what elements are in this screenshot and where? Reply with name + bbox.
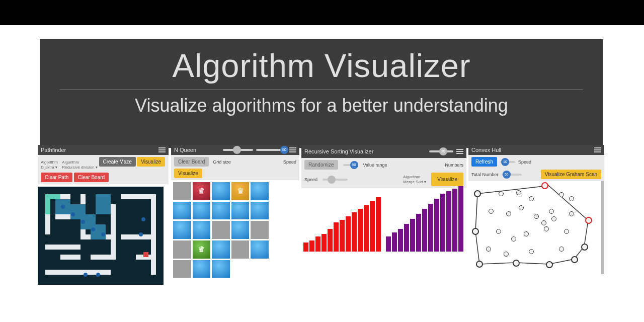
speed-slider[interactable] <box>323 179 348 181</box>
svg-point-31 <box>141 217 145 221</box>
sorting-title: Recursive Sorting Visualizer <box>304 148 373 154</box>
maze-algo-select[interactable]: Algorithm Recursive division ▾ <box>62 160 98 170</box>
svg-rect-21 <box>91 224 106 239</box>
grid-size-slider[interactable] <box>223 149 253 151</box>
nqueen-controls: Clear Board Grid size Speed <box>171 155 299 169</box>
bar <box>446 191 451 252</box>
svg-rect-17 <box>45 199 50 214</box>
bar <box>398 229 403 252</box>
grid-size-label: Grid size <box>213 159 231 165</box>
bar <box>328 229 333 252</box>
bar <box>334 222 339 252</box>
algo-select[interactable]: Algorithm Dijsktra ▾ <box>41 160 58 170</box>
bar <box>340 220 345 252</box>
hull-speed-slider[interactable]: 10 <box>500 161 515 163</box>
hull-canvas[interactable] <box>468 181 604 274</box>
refresh-button[interactable]: Refresh <box>471 157 497 167</box>
sorting-controls: Randomize 50 Value range Numbers Speed A… <box>301 158 466 188</box>
queen-icon: ♛ <box>193 240 211 259</box>
hull-point <box>472 228 479 235</box>
hull-title: Convex Hull <box>471 147 501 153</box>
create-maze-button[interactable]: Create Maze <box>99 157 136 167</box>
bar <box>434 199 439 252</box>
pathfinder-grid[interactable] <box>38 187 164 285</box>
bar <box>352 212 357 252</box>
top-blackbar <box>0 0 644 25</box>
bar <box>386 236 391 252</box>
hero-subtitle: Visualize algorithms for a better unders… <box>40 95 603 116</box>
svg-point-27 <box>101 232 105 236</box>
bar <box>452 189 457 252</box>
svg-point-25 <box>81 220 85 224</box>
visualize-button[interactable]: Visualize <box>174 169 202 178</box>
bar <box>346 216 351 252</box>
total-label: Total Number <box>471 172 499 177</box>
sorting-bars <box>301 188 466 254</box>
numbers-slider[interactable]: 20 <box>429 150 453 152</box>
bar <box>303 243 308 252</box>
hamburger-icon[interactable] <box>158 147 166 152</box>
svg-rect-9 <box>151 194 156 275</box>
bar <box>416 214 421 252</box>
hull-point <box>581 244 588 251</box>
nqueen-header: N Queen 50 <box>171 145 299 155</box>
bar <box>309 240 314 252</box>
hull-header: Convex Hull <box>468 145 604 155</box>
queen-icon: ♛ <box>193 182 211 200</box>
svg-rect-11 <box>45 270 111 275</box>
hull-point <box>546 261 553 268</box>
pathfinder-header: Pathfinder <box>38 145 169 155</box>
panel-convex-hull: Convex Hull Refresh 10 Speed Total Numbe… <box>468 145 604 286</box>
bar <box>370 201 375 252</box>
svg-point-28 <box>84 273 88 277</box>
visualize-button[interactable]: Visualize <box>431 173 463 186</box>
panels-row: Pathfinder Algorithm Dijsktra ▾ Algorith… <box>38 145 606 286</box>
hull-polygon <box>468 181 601 274</box>
svg-rect-8 <box>121 194 156 199</box>
nqueen-board[interactable]: ♛♛ ♛ <box>173 182 269 278</box>
svg-rect-12 <box>45 245 80 250</box>
bar <box>458 186 463 252</box>
clear-board-button[interactable]: Clear Board <box>74 173 109 182</box>
pathfinder-controls: Algorithm Dijsktra ▾ Algorithm Recursive… <box>38 155 169 184</box>
svg-point-30 <box>139 232 143 236</box>
clear-path-button[interactable]: Clear Path <box>41 173 72 182</box>
nqueen-title: N Queen <box>174 147 196 153</box>
randomize-button[interactable]: Randomize <box>304 160 338 170</box>
visualize-graham-button[interactable]: Visualize Graham Scan <box>541 170 601 179</box>
svg-point-29 <box>96 273 100 277</box>
hull-point <box>476 261 483 268</box>
numbers-label: Numbers <box>445 163 463 168</box>
bar <box>321 234 327 252</box>
speed-label: Speed <box>304 177 317 182</box>
queen-icon: ♛ <box>231 182 250 200</box>
hamburger-icon[interactable] <box>289 147 296 152</box>
svg-point-24 <box>71 212 75 216</box>
hamburger-icon[interactable] <box>594 147 601 152</box>
bar <box>315 236 320 252</box>
bar <box>404 224 409 252</box>
maze-svg <box>38 187 164 285</box>
hull-point <box>474 190 481 197</box>
speed-label: Speed <box>518 159 531 165</box>
nqueen-controls-2: Visualize <box>171 169 299 180</box>
svg-point-26 <box>91 227 95 231</box>
panel-pathfinder: Pathfinder Algorithm Dijsktra ▾ Algorith… <box>38 145 169 286</box>
clear-board-button[interactable]: Clear Board <box>174 157 209 167</box>
visualize-button[interactable]: Visualize <box>137 157 165 167</box>
svg-rect-15 <box>60 255 80 260</box>
bar <box>358 209 363 252</box>
value-range-slider[interactable]: 50 <box>343 164 358 166</box>
divider <box>60 90 583 90</box>
svg-rect-16 <box>45 194 60 199</box>
hull-point <box>513 260 520 267</box>
hamburger-icon[interactable] <box>456 149 463 154</box>
algo-select[interactable]: Algorithm Merge Sort ▾ <box>403 175 426 184</box>
svg-point-23 <box>61 205 65 209</box>
bar <box>410 219 415 252</box>
nq-speed-slider[interactable]: 50 <box>256 149 286 151</box>
bar <box>422 209 427 252</box>
hull-controls: Refresh 10 Speed Total Number 50 Visuali… <box>468 155 604 181</box>
sorting-header: Recursive Sorting Visualizer 20 <box>301 145 466 158</box>
total-slider[interactable]: 50 <box>502 174 522 176</box>
